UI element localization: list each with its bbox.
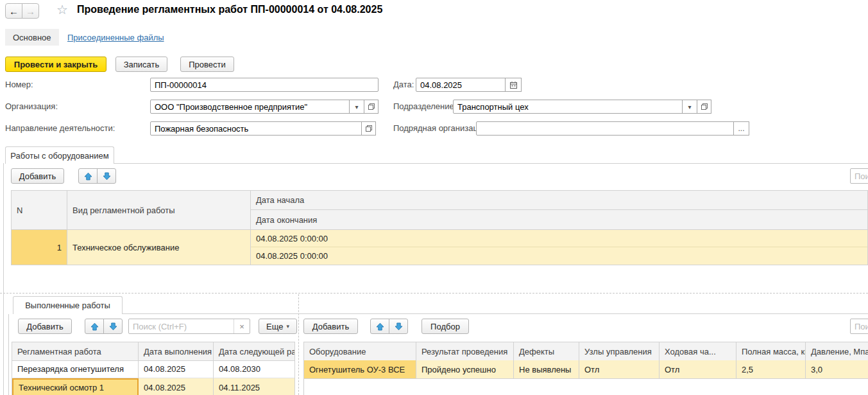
date-input[interactable] — [416, 78, 506, 92]
cell-work-type[interactable]: Техническое обслуживание — [67, 230, 251, 265]
column-header-full-mass[interactable]: Полная масса, кг — [736, 342, 806, 360]
cell-full-mass[interactable]: 2,5 — [736, 360, 806, 378]
open-form-icon — [365, 125, 373, 132]
column-header-date-start[interactable]: Дата начала — [251, 191, 867, 210]
activity-input[interactable] — [150, 121, 362, 136]
performed-group-left-border — [8, 314, 9, 395]
activity-label: Направление деятельности: — [5, 121, 115, 136]
date-picker-button[interactable] — [505, 78, 522, 92]
equipment-result-add-button[interactable]: Добавить — [303, 319, 358, 334]
performed-move-down-button[interactable] — [103, 319, 123, 334]
pick-button-wrap: Подбор — [421, 319, 469, 334]
column-header-equipment[interactable]: Оборудование — [304, 342, 416, 360]
equipment-result-table-row[interactable]: Огнетушитель ОУ-3 ВСЕ Пройдено успешно Н… — [303, 360, 868, 379]
performed-search-clear-button[interactable]: × — [234, 319, 250, 333]
department-dropdown-button[interactable]: ▾ — [682, 100, 697, 114]
cell-chassis[interactable]: Отл — [660, 360, 736, 378]
write-button[interactable]: Записать — [115, 57, 167, 72]
performed-search-input[interactable] — [129, 320, 234, 333]
cell-date-end[interactable]: 04.08.2025 0:00:00 — [251, 247, 867, 265]
column-header-n[interactable]: N — [12, 191, 67, 229]
column-header-result[interactable]: Результат проведения — [416, 342, 514, 360]
department-open-button[interactable] — [697, 100, 711, 114]
cell-execution-date[interactable]: 04.08.2025 — [139, 378, 214, 395]
equipment-search-input[interactable] — [851, 170, 868, 182]
equipment-result-move-down-button[interactable] — [389, 319, 408, 334]
equipment-result-add-wrap: Добавить — [303, 319, 358, 334]
chevron-down-icon: ▾ — [355, 103, 358, 110]
cell-defects[interactable]: Не выявлены — [514, 360, 579, 378]
cell-execution-date[interactable]: 04.08.2025 — [139, 360, 214, 378]
equipment-move-buttons — [78, 168, 116, 184]
column-header-work-type[interactable]: Вид регламентной работы — [67, 191, 251, 229]
performed-move-up-button[interactable] — [85, 319, 104, 334]
number-input[interactable] — [150, 78, 379, 92]
performed-table-row[interactable]: Технический осмотр 1 04.08.2025 04.11.20… — [12, 378, 295, 395]
post-and-close-button[interactable]: Провести и закрыть — [5, 57, 106, 72]
cell-regulated-work[interactable]: Технический осмотр 1 — [12, 378, 139, 395]
tab-equipment-works-label: Работы с оборудованием — [10, 151, 108, 161]
equipment-move-down-button[interactable] — [97, 168, 116, 184]
tab-attached-files-label: Присоединенные файлы — [67, 33, 164, 42]
cell-next-date[interactable]: 04.08.2030 — [214, 360, 294, 378]
performed-table-header: Регламентная работа Дата выполнения Дата… — [12, 342, 295, 361]
tab-attached-files[interactable]: Присоединенные файлы — [67, 29, 164, 46]
page-title: Проведение регламентных работ ПП-0000001… — [77, 4, 382, 15]
column-header-date-end[interactable]: Дата окончания — [251, 210, 867, 229]
arrow-down-icon — [103, 172, 111, 180]
cell-pressure[interactable]: 3,0 — [806, 360, 868, 378]
column-header-execution-date[interactable]: Дата выполнения — [139, 342, 214, 360]
performed-add-button[interactable]: Добавить — [18, 319, 72, 334]
column-header-defects[interactable]: Дефекты — [514, 342, 579, 360]
arrow-up-icon — [90, 322, 99, 331]
horizontal-splitter[interactable] — [0, 293, 868, 294]
equipment-result-move-up-button[interactable] — [370, 319, 389, 334]
tab-main[interactable]: Основное — [5, 29, 59, 46]
tab-performed-works[interactable]: Выполненные работы — [13, 296, 123, 314]
vertical-splitter[interactable] — [298, 294, 299, 395]
performed-table-row[interactable]: Перезарядка огнетушителя 04.08.2025 04.0… — [12, 360, 295, 378]
contractor-choose-button[interactable]: ... — [733, 121, 749, 136]
department-input[interactable] — [453, 100, 683, 114]
equipment-search-box — [850, 168, 868, 184]
arrow-down-icon — [395, 322, 403, 331]
more-button-label: Еще — [266, 322, 283, 331]
back-icon: ← — [9, 6, 19, 17]
equipment-move-up-button[interactable] — [78, 168, 98, 184]
arrow-up-icon — [84, 172, 92, 180]
column-header-control-units[interactable]: Узлы управления — [579, 342, 660, 360]
more-button[interactable]: Еще ▾ — [259, 319, 297, 334]
activity-open-button[interactable] — [361, 121, 376, 136]
column-header-next-date[interactable]: Дата следующей ра — [214, 342, 294, 360]
organization-open-button[interactable] — [364, 100, 379, 114]
column-header-regulated-work[interactable]: Регламентная работа — [12, 342, 139, 360]
cell-row-number[interactable]: 1 — [12, 230, 67, 265]
back-button[interactable]: ← — [5, 3, 22, 19]
organization-label: Организация: — [5, 100, 58, 114]
cell-control-units[interactable]: Отл — [579, 360, 660, 378]
tab-equipment-works[interactable]: Работы с оборудованием — [5, 146, 114, 164]
column-header-pressure[interactable]: Давление, Мпа — [806, 342, 868, 360]
post-button[interactable]: Провести — [180, 57, 234, 72]
cell-date-start[interactable]: 04.08.2025 0:00:00 — [251, 230, 867, 247]
cell-result[interactable]: Пройдено успешно — [416, 360, 514, 378]
post-and-close-button-wrap: Провести и закрыть — [5, 57, 106, 72]
performed-move-buttons — [85, 319, 123, 334]
equipment-table-row[interactable]: 1 Техническое обслуживание 04.08.2025 0:… — [11, 230, 868, 265]
forward-button[interactable]: → — [22, 3, 39, 19]
forward-icon: → — [26, 6, 35, 17]
pick-button[interactable]: Подбор — [421, 319, 469, 334]
cell-equipment[interactable]: Огнетушитель ОУ-3 ВСЕ — [304, 360, 416, 378]
organization-input[interactable] — [150, 100, 350, 114]
equipment-result-search-input[interactable] — [851, 320, 868, 333]
favorite-star-icon[interactable]: ☆ — [56, 3, 68, 17]
cell-regulated-work[interactable]: Перезарядка огнетушителя — [12, 360, 139, 378]
equipment-add-button[interactable]: Добавить — [11, 168, 64, 184]
organization-dropdown-button[interactable]: ▾ — [349, 100, 364, 114]
column-header-chassis[interactable]: Ходовая ча... — [660, 342, 736, 360]
contractor-input[interactable] — [476, 121, 735, 136]
cell-next-date[interactable]: 04.11.2025 — [214, 378, 294, 395]
performed-group-top-border — [122, 313, 868, 314]
number-label: Номер: — [5, 78, 33, 92]
equipment-add-wrap: Добавить — [11, 168, 64, 184]
